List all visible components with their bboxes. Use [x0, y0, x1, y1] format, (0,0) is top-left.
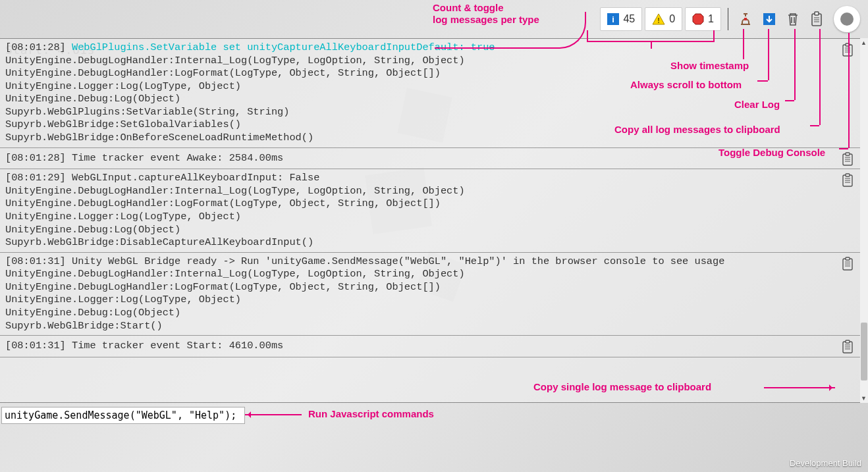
- annotation-bracket: [587, 30, 715, 42]
- scroll-thumb[interactable]: [861, 323, 867, 380]
- warn-count-value: 0: [669, 13, 675, 25]
- log-headline: WebGLInput.captureAllKeyboardInput: Fals…: [66, 172, 320, 184]
- error-count-value: 1: [708, 13, 714, 25]
- copy-entry-button[interactable]: [842, 152, 856, 169]
- toolbar-divider: [728, 8, 728, 30]
- development-build-label: Development Build: [790, 458, 861, 468]
- debug-toolbar: i 45 ! 0 1: [0, 0, 868, 38]
- clipboard-icon: [842, 340, 854, 354]
- info-count-value: 45: [623, 13, 635, 25]
- log-headline: Time tracker event Awake: 2584.00ms: [66, 152, 283, 164]
- log-entry[interactable]: [08:01:28] WebGlPlugins.SetVariable set …: [0, 39, 860, 148]
- log-timestamp: [08:01:28]: [5, 41, 66, 53]
- log-stack: UnityEngine.DebugLogHandler:Internal_Log…: [5, 55, 831, 145]
- annotation-curve: [435, 12, 586, 49]
- copy-entry-button[interactable]: [842, 173, 856, 190]
- clipboard-icon: [842, 257, 854, 271]
- log-entry[interactable]: [08:01:28] Time tracker event Awake: 258…: [0, 148, 860, 170]
- copy-entry-button[interactable]: [842, 43, 856, 60]
- log-headline: WebGlPlugins.SetVariable set unityCaptur…: [66, 41, 495, 53]
- svg-rect-28: [846, 257, 850, 260]
- log-timestamp: [08:01:31]: [5, 340, 66, 352]
- log-stack: UnityEngine.DebugLogHandler:Internal_Log…: [5, 268, 831, 332]
- info-icon: i: [607, 13, 619, 25]
- scroll-down-icon: [762, 12, 776, 26]
- trash-icon: [786, 11, 800, 27]
- scroll-to-bottom-button[interactable]: [759, 9, 780, 30]
- log-timestamp: [08:01:29]: [5, 172, 66, 184]
- command-input[interactable]: [1, 407, 245, 424]
- log-scrollbar[interactable]: ▲ ▼: [860, 38, 868, 403]
- svg-text:i: i: [612, 14, 615, 24]
- scroll-up-caret[interactable]: ▲: [861, 39, 867, 46]
- log-stack: UnityEngine.DebugLogHandler:Internal_Log…: [5, 185, 831, 249]
- log-entry[interactable]: [08:01:31] Unity WebGL Bridge ready -> R…: [0, 253, 860, 336]
- warn-count-toggle[interactable]: ! 0: [645, 7, 682, 31]
- warning-icon: !: [652, 13, 665, 25]
- svg-text:!: !: [657, 16, 660, 24]
- clipboard-icon: [810, 11, 823, 27]
- timestamp-icon: [738, 11, 753, 27]
- toggle-console-button[interactable]: [834, 6, 860, 32]
- svg-rect-13: [846, 43, 850, 46]
- copy-entry-button[interactable]: [842, 340, 856, 357]
- clear-log-button[interactable]: [782, 9, 803, 30]
- copy-all-button[interactable]: [806, 9, 827, 30]
- svg-rect-18: [846, 153, 850, 155]
- scroll-down-caret[interactable]: ▼: [861, 395, 867, 402]
- toggle-console-dot: [840, 13, 854, 26]
- svg-rect-33: [846, 340, 850, 343]
- info-count-toggle[interactable]: i 45: [600, 7, 642, 31]
- show-timestamp-button[interactable]: [735, 9, 756, 30]
- clipboard-icon: [842, 43, 854, 57]
- log-panel[interactable]: [08:01:28] WebGlPlugins.SetVariable set …: [0, 38, 860, 403]
- clipboard-icon: [842, 173, 854, 188]
- svg-marker-4: [693, 14, 703, 24]
- log-entry[interactable]: [08:01:29] WebGLInput.captureAllKeyboard…: [0, 169, 860, 252]
- svg-rect-5: [744, 18, 747, 20]
- log-timestamp: [08:01:28]: [5, 152, 66, 164]
- log-entry[interactable]: [08:01:31] Time tracker event Start: 461…: [0, 336, 860, 357]
- log-timestamp: [08:01:31]: [5, 255, 66, 267]
- svg-rect-23: [846, 174, 850, 176]
- copy-entry-button[interactable]: [842, 257, 856, 274]
- error-count-toggle[interactable]: 1: [685, 7, 721, 31]
- log-headline: Unity WebGL Bridge ready -> Run 'unityGa…: [66, 255, 725, 267]
- command-row: [1, 406, 860, 425]
- error-icon: [692, 13, 704, 25]
- svg-rect-8: [815, 12, 819, 15]
- clipboard-icon: [842, 152, 854, 167]
- log-headline: Time tracker event Start: 4610.00ms: [66, 340, 283, 352]
